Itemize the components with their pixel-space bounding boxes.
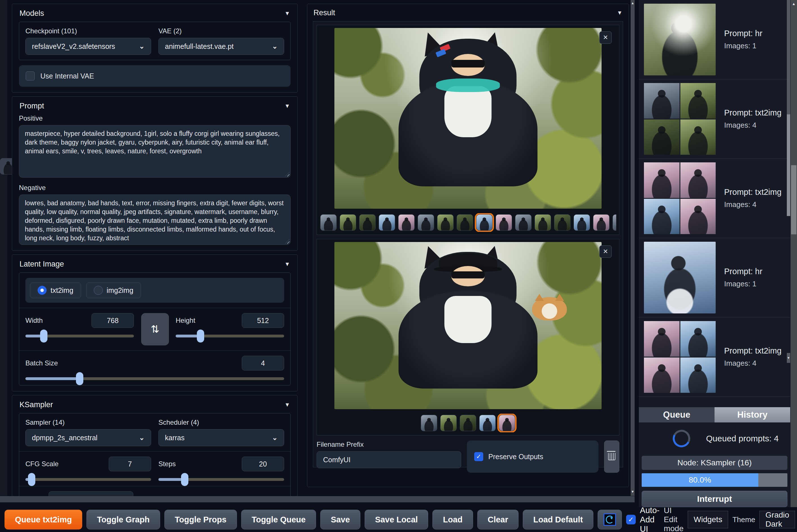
scroll-down-icon[interactable]: ▼	[631, 490, 634, 494]
left-panel-scrollbar[interactable]	[0, 0, 7, 496]
history-thumbnail-grid[interactable]	[644, 83, 716, 155]
result-panel-scrollbar[interactable]: ▲ ▼	[631, 0, 634, 496]
checkpoint-dropdown[interactable]: refslaveV2_v2.safetensors ⌄	[25, 38, 151, 55]
gallery-thumbnail[interactable]	[554, 214, 570, 231]
height-slider[interactable]	[176, 335, 284, 338]
gallery-thumbnail[interactable]	[379, 214, 395, 231]
history-item[interactable]: Prompt: txt2img Images: 4	[639, 159, 790, 238]
gallery-thumbnail[interactable]	[320, 214, 337, 231]
prompt-accordion-header[interactable]: Prompt ▼	[19, 100, 291, 114]
history-thumbnail[interactable]	[644, 4, 716, 75]
filename-prefix-input[interactable]: ComfyUI	[317, 451, 461, 468]
gallery-thumbnail-selected[interactable]	[499, 415, 515, 431]
toggle-graph-button[interactable]: Toggle Graph	[87, 510, 160, 530]
height-input[interactable]: 512	[242, 313, 284, 328]
history-thumbnail-grid[interactable]	[644, 321, 716, 393]
cfg-slider-handle[interactable]	[28, 473, 35, 486]
refresh-button[interactable]	[597, 510, 622, 530]
scroll-down-icon[interactable]: ▼	[787, 353, 790, 363]
history-scrollbar-thumb[interactable]	[787, 114, 790, 216]
page-scrollbar[interactable]: ▲	[791, 0, 797, 532]
scheduler-dropdown[interactable]: karras ⌄	[158, 429, 284, 446]
toggle-queue-button[interactable]: Toggle Queue	[241, 510, 316, 530]
height-slider-handle[interactable]	[197, 329, 204, 343]
width-slider-handle[interactable]	[40, 329, 48, 343]
batch-slider-handle[interactable]	[76, 372, 83, 385]
gallery-thumbnail-selected[interactable]	[476, 214, 493, 231]
history-item[interactable]: Prompt: txt2img Images: 4	[639, 79, 790, 159]
tab-history[interactable]: History	[715, 407, 790, 422]
clear-button[interactable]: Clear	[477, 510, 519, 530]
history-scrollbar[interactable]: ▼	[787, 0, 790, 363]
batch-size-slider[interactable]	[25, 377, 284, 380]
gallery-thumbnail[interactable]	[437, 214, 454, 231]
generated-image-1[interactable]	[335, 28, 602, 209]
history-item[interactable]: Prompt: hr Images: 1	[639, 238, 790, 317]
toggle-props-button[interactable]: Toggle Props	[164, 510, 237, 530]
mode-img2img-option[interactable]: img2img	[86, 282, 141, 298]
gallery-thumbnail[interactable]	[535, 214, 551, 231]
scroll-up-icon[interactable]: ▲	[791, 2, 797, 6]
widgets-input[interactable]: Widgets	[688, 511, 728, 528]
width-input[interactable]: 768	[92, 313, 134, 328]
negative-prompt-textarea[interactable]: lowres, bad anatomy, bad hands, text, er…	[19, 194, 291, 245]
collapse-icon[interactable]: ▼	[284, 10, 290, 17]
cfg-scale-input[interactable]: 7	[109, 457, 151, 471]
gallery-thumbnail[interactable]	[515, 214, 532, 231]
steps-input[interactable]: 20	[242, 457, 284, 471]
ksampler-accordion-header[interactable]: KSampler ▼	[19, 399, 291, 413]
sampler-dropdown[interactable]: dpmpp_2s_ancestral ⌄	[25, 429, 151, 446]
result-accordion-header[interactable]: Result ▼	[313, 7, 623, 21]
vae-dropdown[interactable]: animefull-latest.vae.pt ⌄	[158, 38, 284, 55]
preserve-outputs-checkbox[interactable]: ✓	[474, 452, 483, 461]
delete-outputs-button[interactable]	[604, 440, 619, 473]
collapse-icon[interactable]: ▼	[284, 401, 290, 408]
history-thumbnail-grid[interactable]	[644, 163, 716, 234]
scroll-up-icon[interactable]: ▲	[631, 1, 634, 5]
width-slider[interactable]	[25, 335, 134, 338]
batch-size-input[interactable]: 4	[242, 356, 284, 370]
gallery-thumbnail[interactable]	[496, 214, 512, 231]
gallery-thumbnail[interactable]	[398, 214, 415, 231]
gallery-thumbnail[interactable]	[359, 214, 376, 231]
history-thumbnail[interactable]	[644, 242, 716, 314]
gallery-thumbnail[interactable]	[457, 214, 473, 231]
load-default-button[interactable]: Load Default	[523, 510, 593, 530]
use-internal-vae-row[interactable]: Use Internal VAE	[19, 65, 291, 87]
load-button[interactable]: Load	[432, 510, 473, 530]
gallery-thumbnail[interactable]	[421, 415, 437, 431]
steps-slider[interactable]	[158, 478, 284, 481]
gallery-thumbnail[interactable]	[593, 214, 609, 231]
gallery-thumbnail[interactable]	[440, 415, 457, 431]
preserve-outputs-row[interactable]: ✓ Preserve Outputs	[467, 440, 599, 473]
swap-dimensions-button[interactable]: ⇅	[141, 313, 169, 345]
page-scrollbar-thumb[interactable]	[791, 165, 796, 234]
radio-unselected-icon[interactable]	[94, 286, 103, 295]
tab-queue[interactable]: Queue	[639, 407, 715, 422]
radio-selected-icon[interactable]	[38, 286, 46, 295]
theme-select[interactable]: Gradio Dark	[759, 511, 795, 528]
collapse-icon[interactable]: ▼	[284, 103, 290, 109]
queue-txt2img-button[interactable]: Queue txt2img	[4, 510, 82, 530]
gallery-thumbnail[interactable]	[340, 214, 356, 231]
auto-add-ui-checkbox[interactable]: ✓	[626, 515, 636, 525]
gallery-thumbnail[interactable]	[479, 415, 496, 431]
interrupt-button[interactable]: Interrupt	[642, 491, 787, 507]
latent-accordion-header[interactable]: Latent Image ▼	[19, 258, 291, 272]
generated-image-2[interactable]	[335, 242, 602, 409]
horizontal-scrollbar[interactable]	[0, 496, 634, 502]
cfg-slider[interactable]	[25, 478, 151, 481]
save-local-button[interactable]: Save Local	[365, 510, 429, 530]
use-internal-vae-checkbox[interactable]	[26, 72, 35, 80]
positive-prompt-textarea[interactable]: masterpiece, hyper detailed background, …	[19, 125, 291, 177]
steps-slider-handle[interactable]	[181, 473, 188, 486]
collapse-icon[interactable]: ▼	[617, 10, 623, 16]
history-item[interactable]: Prompt: hr Images: 1	[639, 0, 790, 79]
gallery-thumbnail[interactable]	[418, 214, 434, 231]
gallery-thumbnail[interactable]	[574, 214, 590, 231]
seed-input[interactable]: 693741274019139	[49, 491, 133, 496]
gallery-thumbnail[interactable]	[460, 415, 476, 431]
close-icon[interactable]: ✕	[599, 31, 612, 44]
collapse-icon[interactable]: ▼	[284, 261, 290, 267]
gallery-thumbnail[interactable]	[612, 214, 616, 231]
